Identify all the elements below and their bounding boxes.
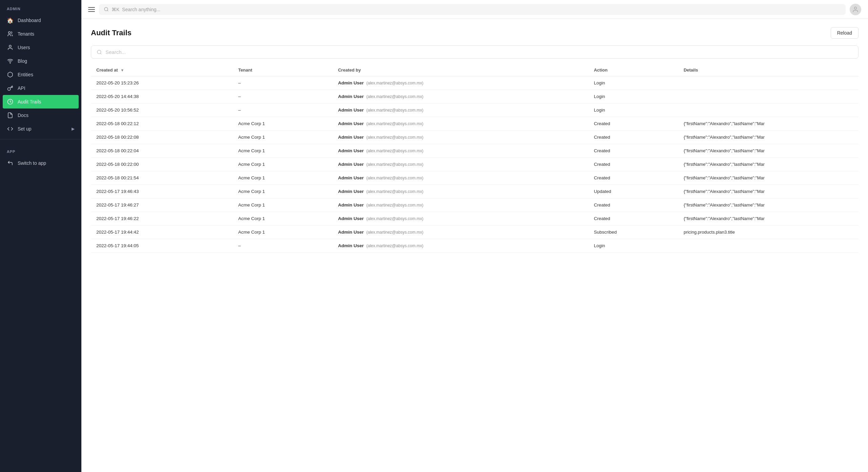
table-row[interactable]: 2022-05-18 00:22:00 Acme Corp 1 Admin Us… bbox=[91, 158, 859, 171]
col-action: Action bbox=[588, 64, 678, 76]
cell-tenant: – bbox=[233, 76, 333, 90]
table-row[interactable]: 2022-05-18 00:22:12 Acme Corp 1 Admin Us… bbox=[91, 117, 859, 131]
cell-created-at: 2022-05-17 19:44:05 bbox=[91, 239, 233, 253]
svg-point-4 bbox=[104, 7, 108, 11]
table-row[interactable]: 2022-05-17 19:44:42 Acme Corp 1 Admin Us… bbox=[91, 225, 859, 239]
app-section-label: APP bbox=[0, 143, 81, 156]
sidebar-item-tenants[interactable]: Tenants bbox=[0, 27, 81, 41]
sidebar-item-label: Docs bbox=[18, 113, 28, 118]
cell-tenant: – bbox=[233, 239, 333, 253]
audit-table: Created at ▼ Tenant Created by Action De… bbox=[91, 64, 859, 253]
table-row[interactable]: 2022-05-17 19:46:27 Acme Corp 1 Admin Us… bbox=[91, 198, 859, 212]
cell-tenant: Acme Corp 1 bbox=[233, 225, 333, 239]
cell-details bbox=[678, 76, 859, 90]
cell-created-by: Admin User (alex.martinez@absys.com.mx) bbox=[333, 117, 589, 131]
sidebar-item-switch-to-app[interactable]: Switch to app bbox=[0, 156, 81, 170]
sidebar-item-audit-trails[interactable]: Audit Trails bbox=[3, 95, 79, 109]
table-row[interactable]: 2022-05-20 10:56:52 – Admin User (alex.m… bbox=[91, 103, 859, 117]
sidebar-divider bbox=[0, 139, 81, 139]
admin-section-label: ADMIN bbox=[0, 0, 81, 14]
cell-created-by: Admin User (alex.martinez@absys.com.mx) bbox=[333, 185, 589, 198]
topbar-search-input[interactable] bbox=[112, 7, 841, 12]
sidebar-item-docs[interactable]: Docs bbox=[0, 109, 81, 122]
sidebar: ADMIN 🏠 Dashboard Tenants Users Blog Ent… bbox=[0, 0, 81, 472]
sidebar-item-label: Dashboard bbox=[18, 18, 41, 23]
cell-created-by: Admin User (alex.martinez@absys.com.mx) bbox=[333, 198, 589, 212]
svg-point-6 bbox=[854, 7, 857, 9]
table-row[interactable]: 2022-05-18 00:21:54 Acme Corp 1 Admin Us… bbox=[91, 171, 859, 185]
cell-action: Subscribed bbox=[588, 225, 678, 239]
table-row[interactable]: 2022-05-17 19:44:05 – Admin User (alex.m… bbox=[91, 239, 859, 253]
sidebar-item-entities[interactable]: Entities bbox=[0, 68, 81, 81]
chevron-right-icon: ▶ bbox=[72, 126, 75, 131]
audit-trails-icon bbox=[7, 98, 14, 105]
cell-created-by: Admin User (alex.martinez@absys.com.mx) bbox=[333, 158, 589, 171]
cell-created-by: Admin User (alex.martinez@absys.com.mx) bbox=[333, 171, 589, 185]
cell-details bbox=[678, 90, 859, 103]
cell-created-by: Admin User (alex.martinez@absys.com.mx) bbox=[333, 76, 589, 90]
cell-details: {"firstName":"Alexandro","lastName":"Mar bbox=[678, 171, 859, 185]
cell-created-by: Admin User (alex.martinez@absys.com.mx) bbox=[333, 225, 589, 239]
cell-details: {"firstName":"Alexandro","lastName":"Mar bbox=[678, 158, 859, 171]
table-row[interactable]: 2022-05-17 19:46:43 Acme Corp 1 Admin Us… bbox=[91, 185, 859, 198]
cell-action: Login bbox=[588, 103, 678, 117]
svg-point-0 bbox=[8, 32, 11, 34]
cell-details: {"firstName":"Alexandro","lastName":"Mar bbox=[678, 117, 859, 131]
sidebar-item-label: Audit Trails bbox=[18, 99, 41, 104]
sort-icon: ▼ bbox=[120, 68, 124, 72]
table-row[interactable]: 2022-05-18 00:22:04 Acme Corp 1 Admin Us… bbox=[91, 144, 859, 158]
cell-created-at: 2022-05-18 00:22:00 bbox=[91, 158, 233, 171]
sidebar-item-dashboard[interactable]: 🏠 Dashboard bbox=[0, 14, 81, 27]
sidebar-item-label: Set up bbox=[18, 126, 31, 132]
svg-point-2 bbox=[10, 63, 11, 63]
search-bar[interactable] bbox=[91, 45, 859, 59]
tenants-icon bbox=[7, 31, 14, 37]
cell-created-by: Admin User (alex.martinez@absys.com.mx) bbox=[333, 212, 589, 225]
cell-details: {"firstName":"Alexandro","lastName":"Mar bbox=[678, 185, 859, 198]
sidebar-item-label: Tenants bbox=[18, 31, 34, 37]
reload-button[interactable]: Reload bbox=[831, 27, 859, 39]
table-body: 2022-05-20 15:23:26 – Admin User (alex.m… bbox=[91, 76, 859, 253]
content-area: Audit Trails Reload Created at ▼ Tenant bbox=[81, 19, 868, 472]
cell-action: Created bbox=[588, 158, 678, 171]
table-search-input[interactable] bbox=[105, 49, 853, 55]
table-header: Created at ▼ Tenant Created by Action De… bbox=[91, 64, 859, 76]
menu-toggle-button[interactable] bbox=[88, 7, 95, 12]
sidebar-item-blog[interactable]: Blog bbox=[0, 54, 81, 68]
cell-created-at: 2022-05-17 19:46:22 bbox=[91, 212, 233, 225]
sidebar-item-label: Entities bbox=[18, 72, 33, 77]
col-details: Details bbox=[678, 64, 859, 76]
switch-app-icon bbox=[7, 160, 14, 166]
cell-details bbox=[678, 103, 859, 117]
sidebar-item-api[interactable]: API bbox=[0, 81, 81, 95]
page-header: Audit Trails Reload bbox=[91, 27, 859, 39]
sidebar-item-users[interactable]: Users bbox=[0, 41, 81, 54]
cell-tenant: Acme Corp 1 bbox=[233, 185, 333, 198]
table-row[interactable]: 2022-05-20 15:23:26 – Admin User (alex.m… bbox=[91, 76, 859, 90]
cell-action: Created bbox=[588, 212, 678, 225]
cell-tenant: – bbox=[233, 90, 333, 103]
table-row[interactable]: 2022-05-20 14:44:38 – Admin User (alex.m… bbox=[91, 90, 859, 103]
sidebar-item-label: Switch to app bbox=[18, 160, 46, 166]
cell-created-by: Admin User (alex.martinez@absys.com.mx) bbox=[333, 103, 589, 117]
cell-created-by: Admin User (alex.martinez@absys.com.mx) bbox=[333, 90, 589, 103]
setup-icon bbox=[7, 125, 14, 132]
cell-action: Login bbox=[588, 76, 678, 90]
topbar-search-container[interactable] bbox=[99, 4, 846, 15]
table-row[interactable]: 2022-05-18 00:22:08 Acme Corp 1 Admin Us… bbox=[91, 131, 859, 144]
cell-action: Created bbox=[588, 144, 678, 158]
col-created-at[interactable]: Created at ▼ bbox=[91, 64, 233, 76]
cell-action: Created bbox=[588, 117, 678, 131]
cell-tenant: Acme Corp 1 bbox=[233, 117, 333, 131]
sidebar-item-label: Users bbox=[18, 45, 30, 50]
cell-tenant: Acme Corp 1 bbox=[233, 158, 333, 171]
table-row[interactable]: 2022-05-17 19:46:22 Acme Corp 1 Admin Us… bbox=[91, 212, 859, 225]
cell-details: {"firstName":"Alexandro","lastName":"Mar bbox=[678, 198, 859, 212]
cell-tenant: Acme Corp 1 bbox=[233, 131, 333, 144]
cell-tenant: Acme Corp 1 bbox=[233, 198, 333, 212]
cell-created-at: 2022-05-20 10:56:52 bbox=[91, 103, 233, 117]
col-tenant: Tenant bbox=[233, 64, 333, 76]
sidebar-item-setup[interactable]: Set up ▶ bbox=[0, 122, 81, 136]
user-avatar[interactable] bbox=[850, 4, 861, 15]
sidebar-item-label: API bbox=[18, 85, 25, 91]
